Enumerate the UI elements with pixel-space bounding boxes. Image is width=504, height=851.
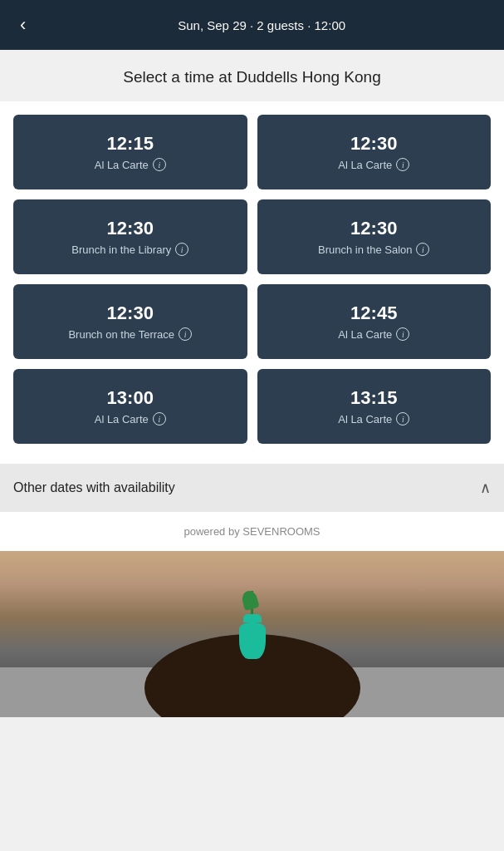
other-dates-label: Other dates with availability bbox=[13, 480, 175, 495]
time-value: 13:15 bbox=[350, 387, 397, 409]
info-icon[interactable]: i bbox=[179, 327, 192, 341]
info-icon[interactable]: i bbox=[153, 158, 166, 171]
time-slot-1[interactable]: 12:15 Al La Carte i bbox=[13, 115, 247, 189]
time-label: Al La Carte i bbox=[338, 158, 409, 171]
info-icon[interactable]: i bbox=[396, 327, 409, 341]
time-label: Al La Carte i bbox=[95, 412, 166, 426]
subtitle-bar: Select a time at Duddells Hong Kong bbox=[0, 50, 504, 101]
info-icon[interactable]: i bbox=[396, 412, 409, 426]
header-title: Sun, Sep 29 · 2 guests · 12:00 bbox=[32, 18, 491, 32]
time-value: 12:30 bbox=[107, 303, 154, 324]
time-slot-2[interactable]: 12:30 Al La Carte i bbox=[257, 115, 492, 189]
app-header: ‹ Sun, Sep 29 · 2 guests · 12:00 bbox=[0, 0, 504, 50]
time-value: 13:00 bbox=[107, 387, 154, 409]
time-slot-3[interactable]: 12:30 Brunch in the Library i bbox=[13, 199, 247, 274]
time-slot-6[interactable]: 12:45 Al La Carte i bbox=[257, 284, 492, 359]
restaurant-image bbox=[0, 551, 504, 717]
powered-by-text: powered by SEVENROOMS bbox=[183, 525, 320, 538]
time-label: Brunch in the Salon i bbox=[318, 243, 429, 256]
time-label: Al La Carte i bbox=[338, 327, 409, 341]
time-label: Brunch on the Terrace i bbox=[68, 327, 192, 341]
time-label: Brunch in the Library i bbox=[71, 243, 188, 256]
info-icon[interactable]: i bbox=[396, 158, 409, 171]
time-value: 12:30 bbox=[350, 218, 397, 239]
time-value: 12:15 bbox=[107, 133, 154, 155]
time-slot-7[interactable]: 13:00 Al La Carte i bbox=[13, 369, 247, 444]
time-slot-8[interactable]: 13:15 Al La Carte i bbox=[257, 369, 492, 444]
back-button[interactable]: ‹ bbox=[13, 11, 32, 39]
info-icon[interactable]: i bbox=[175, 243, 188, 256]
time-value: 12:30 bbox=[350, 133, 397, 155]
vase-decoration bbox=[239, 591, 266, 659]
time-value: 12:45 bbox=[350, 303, 397, 324]
time-label: Al La Carte i bbox=[338, 412, 409, 426]
info-icon[interactable]: i bbox=[416, 243, 429, 256]
info-icon[interactable]: i bbox=[153, 412, 166, 426]
time-label: Al La Carte i bbox=[95, 158, 166, 171]
main-content: 12:15 Al La Carte i 12:30 Al La Carte i … bbox=[0, 101, 504, 464]
time-slot-4[interactable]: 12:30 Brunch in the Salon i bbox=[257, 199, 492, 274]
time-value: 12:30 bbox=[107, 218, 154, 239]
page-title: Select a time at Duddells Hong Kong bbox=[123, 68, 381, 86]
other-dates-section[interactable]: Other dates with availability ∧ bbox=[0, 464, 504, 512]
time-slot-5[interactable]: 12:30 Brunch on the Terrace i bbox=[13, 284, 247, 359]
time-slots-grid: 12:15 Al La Carte i 12:30 Al La Carte i … bbox=[13, 115, 491, 444]
powered-by-bar: powered by SEVENROOMS bbox=[0, 512, 504, 551]
chevron-up-icon: ∧ bbox=[480, 479, 491, 497]
